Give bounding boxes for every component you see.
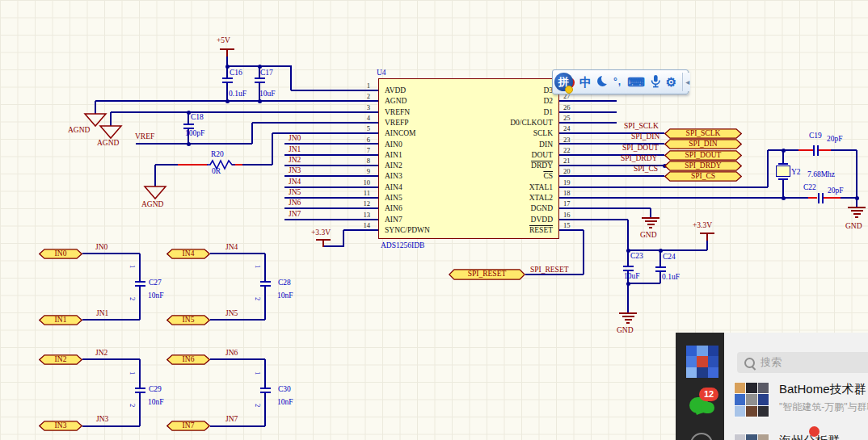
capacitor-C24[interactable] xyxy=(655,270,666,272)
gnd-symbol[interactable] xyxy=(851,210,863,212)
net-label-jn0[interactable]: JN0 xyxy=(95,243,107,251)
capacitor-C29[interactable] xyxy=(135,392,145,393)
capacitor-C24[interactable] xyxy=(655,266,666,268)
net-label-jn0[interactable]: JN0 xyxy=(289,134,301,142)
net-label-vref[interactable]: VREF xyxy=(135,132,154,140)
capacitor-C17[interactable] xyxy=(255,82,265,83)
chat-list-item[interactable]: BatHome技术群 "智能建筑-万鹏"与群聊 xyxy=(734,382,868,417)
wire[interactable] xyxy=(767,150,769,187)
gnd-symbol[interactable] xyxy=(622,316,634,317)
net-label-spi_reset[interactable]: SPI_RESET xyxy=(530,266,569,274)
capacitor-C23[interactable] xyxy=(623,266,634,267)
wire[interactable] xyxy=(139,359,141,388)
port-SPI_RESET[interactable]: SPI_RESET xyxy=(449,269,525,280)
net-label-jn2[interactable]: JN2 xyxy=(289,156,301,164)
wire[interactable] xyxy=(706,239,708,250)
wire[interactable] xyxy=(808,197,817,199)
net-label-jn7[interactable]: JN7 xyxy=(289,210,301,218)
wire[interactable] xyxy=(210,319,265,321)
wire[interactable] xyxy=(252,122,378,124)
wire[interactable] xyxy=(559,186,768,188)
power-port-5V[interactable]: +5V xyxy=(217,36,230,44)
ime-logo-icon[interactable]: 拼 xyxy=(554,73,574,92)
net-label-jn3[interactable]: JN3 xyxy=(96,415,108,423)
wire[interactable] xyxy=(782,180,784,198)
wire[interactable] xyxy=(139,287,141,320)
wire[interactable] xyxy=(154,165,156,186)
soft-keyboard-icon[interactable]: ⌨ xyxy=(627,76,645,88)
capacitor-C19[interactable] xyxy=(817,145,819,156)
port-IN0[interactable]: IN0 xyxy=(39,249,82,259)
wire[interactable] xyxy=(559,122,617,124)
settings-gear-icon[interactable]: ⚙ xyxy=(666,76,676,88)
wire[interactable] xyxy=(628,249,707,251)
net-label-jn5[interactable]: JN5 xyxy=(289,188,301,196)
port-SPI_DOUT[interactable]: SPI_DOUT xyxy=(664,150,742,161)
wire[interactable] xyxy=(291,90,378,91)
port-SPI_DIN[interactable]: SPI_DIN xyxy=(664,139,742,149)
capacitor-C17[interactable] xyxy=(255,78,265,79)
capacitor-C16[interactable] xyxy=(222,78,233,79)
net-label-jn1[interactable]: JN1 xyxy=(96,309,108,317)
agnd-symbol[interactable] xyxy=(99,125,123,140)
wire[interactable] xyxy=(82,319,140,321)
wire[interactable] xyxy=(155,164,178,166)
punctuation-icon[interactable]: °, xyxy=(613,76,622,88)
wire[interactable] xyxy=(272,133,273,165)
net-label-spi_din[interactable]: SPI_DIN xyxy=(631,132,659,140)
net-label-spi_sclk[interactable]: SPI_SCLK xyxy=(624,122,659,130)
net-label-jn1[interactable]: JN1 xyxy=(289,145,301,153)
wire[interactable] xyxy=(82,253,140,254)
wire[interactable] xyxy=(559,111,617,113)
wire[interactable] xyxy=(178,164,208,166)
wire[interactable] xyxy=(82,425,140,427)
capacitor-C28[interactable] xyxy=(260,285,271,287)
wire[interactable] xyxy=(824,197,841,199)
capacitor-C19[interactable] xyxy=(813,145,815,156)
partial-app-icon[interactable] xyxy=(690,433,713,440)
gnd-symbol[interactable] xyxy=(626,322,630,324)
wire[interactable] xyxy=(659,250,661,266)
wire[interactable] xyxy=(627,283,629,312)
wire[interactable] xyxy=(627,250,629,266)
wire[interactable] xyxy=(343,229,378,231)
wire[interactable] xyxy=(136,143,252,145)
wire[interactable] xyxy=(856,150,857,198)
wire[interactable] xyxy=(264,287,266,320)
capacitor-C28[interactable] xyxy=(260,281,271,283)
gnd-symbol[interactable] xyxy=(855,216,858,218)
wire[interactable] xyxy=(659,270,661,283)
wire[interactable] xyxy=(559,197,808,199)
net-label-jn4[interactable]: JN4 xyxy=(289,178,301,186)
wire[interactable] xyxy=(798,149,813,151)
gnd-symbol[interactable] xyxy=(649,227,652,228)
port-IN6[interactable]: IN6 xyxy=(166,354,210,365)
port-IN1[interactable]: IN1 xyxy=(39,315,82,325)
wire[interactable] xyxy=(264,393,266,426)
net-label-spi_dout[interactable]: SPI_DOUT xyxy=(622,144,659,152)
wire[interactable] xyxy=(264,359,266,388)
wire[interactable] xyxy=(559,100,617,102)
wire[interactable] xyxy=(628,283,660,284)
chinese-mode-icon[interactable]: 中 xyxy=(579,76,592,88)
net-label-jn6[interactable]: JN6 xyxy=(225,349,238,357)
wire[interactable] xyxy=(525,274,584,275)
capacitor-C30[interactable] xyxy=(260,392,271,393)
wire[interactable] xyxy=(264,254,266,281)
wire[interactable] xyxy=(95,101,96,114)
wire[interactable] xyxy=(559,207,651,209)
gnd-symbol[interactable] xyxy=(647,224,655,225)
capacitor-C29[interactable] xyxy=(135,388,145,389)
wire[interactable] xyxy=(343,230,344,247)
port-SPI_SCLK[interactable]: SPI_SCLK xyxy=(664,128,742,139)
wire[interactable] xyxy=(559,219,628,220)
port-IN2[interactable]: IN2 xyxy=(39,354,82,365)
wire[interactable] xyxy=(627,220,629,250)
port-IN3[interactable]: IN3 xyxy=(39,421,82,431)
wire[interactable] xyxy=(290,66,292,90)
net-label-jn3[interactable]: JN3 xyxy=(289,166,301,174)
net-label-spi_cs[interactable]: SPI_CS xyxy=(634,165,658,173)
group-thumbnail-mosaic[interactable] xyxy=(686,346,718,378)
wire[interactable] xyxy=(95,100,378,102)
chat-list-item[interactable]: 海州分析群 xyxy=(734,434,840,440)
